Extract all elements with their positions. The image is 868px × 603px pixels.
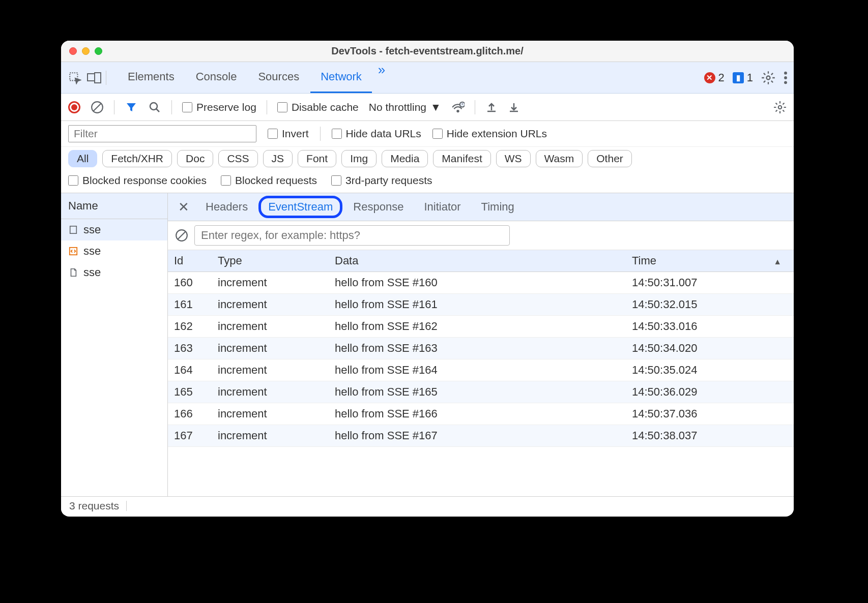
resource-chip-manifest[interactable]: Manifest xyxy=(433,150,490,167)
preserve-log-checkbox[interactable]: Preserve log xyxy=(182,101,256,113)
resource-chip-js[interactable]: JS xyxy=(263,150,293,167)
resource-chip-wasm[interactable]: Wasm xyxy=(536,150,583,167)
event-col-data[interactable]: Data xyxy=(329,250,626,272)
event-time: 14:50:36.029 xyxy=(626,381,794,403)
filter-toggle-button[interactable] xyxy=(125,101,138,114)
search-button[interactable] xyxy=(148,101,161,114)
more-menu-button[interactable] xyxy=(784,71,788,85)
event-row[interactable]: 160incrementhello from SSE #16014:50:31.… xyxy=(168,272,794,294)
divider xyxy=(114,100,114,114)
resource-chip-img[interactable]: Img xyxy=(341,150,377,167)
resource-chip-fetchxhr[interactable]: Fetch/XHR xyxy=(102,150,172,167)
upload-har-button[interactable] xyxy=(485,101,498,113)
svg-line-17 xyxy=(178,231,185,239)
event-row[interactable]: 161incrementhello from SSE #16114:50:32.… xyxy=(168,294,794,316)
third-party-input[interactable] xyxy=(331,175,341,186)
hide-data-urls-input[interactable] xyxy=(332,129,342,139)
blocked-requests-checkbox[interactable]: Blocked requests xyxy=(221,174,317,187)
detail-tab-timing[interactable]: Timing xyxy=(474,197,522,217)
request-detail: ✕ Headers EventStream Response Initiator… xyxy=(168,193,794,496)
resource-chip-other[interactable]: Other xyxy=(588,150,632,167)
tab-sources[interactable]: Sources xyxy=(248,62,309,93)
hide-extension-urls-checkbox[interactable]: Hide extension URLs xyxy=(432,128,547,140)
event-time: 14:50:35.024 xyxy=(626,359,794,381)
event-time: 14:50:32.015 xyxy=(626,294,794,315)
resource-chip-font[interactable]: Font xyxy=(298,150,336,167)
request-item[interactable]: sse xyxy=(61,240,167,262)
window-title: DevTools - fetch-eventstream.glitch.me/ xyxy=(61,45,794,57)
blocked-cookies-checkbox[interactable]: Blocked response cookies xyxy=(68,174,207,187)
divider xyxy=(171,100,172,114)
svg-point-13 xyxy=(778,105,782,109)
detail-tab-eventstream[interactable]: EventStream xyxy=(261,198,340,216)
event-row[interactable]: 162incrementhello from SSE #16214:50:33.… xyxy=(168,316,794,338)
tab-console[interactable]: Console xyxy=(186,62,247,93)
third-party-checkbox[interactable]: 3rd-party requests xyxy=(331,174,432,187)
preserve-log-input[interactable] xyxy=(182,102,192,112)
event-data: hello from SSE #163 xyxy=(329,338,626,359)
resource-chip-doc[interactable]: Doc xyxy=(177,150,213,167)
resource-chip-media[interactable]: Media xyxy=(382,150,428,167)
inspect-element-button[interactable] xyxy=(67,70,82,85)
filter-input[interactable] xyxy=(68,125,256,142)
tab-elements[interactable]: Elements xyxy=(118,62,185,93)
svg-point-6 xyxy=(784,81,787,84)
event-col-time[interactable]: Time ▲ xyxy=(626,250,794,272)
resource-chip-ws[interactable]: WS xyxy=(496,150,531,167)
event-table-header: Id Type Data Time ▲ xyxy=(168,250,794,272)
request-item[interactable]: sse xyxy=(61,262,167,283)
extra-filters-row: Blocked response cookies Blocked request… xyxy=(61,170,794,193)
errors-badge[interactable]: ✕ 2 xyxy=(704,71,725,84)
main-tabs: Elements Console Sources Network » xyxy=(118,62,390,93)
resource-chip-all[interactable]: All xyxy=(68,150,97,167)
event-data: hello from SSE #165 xyxy=(329,381,626,403)
device-toolbar-button[interactable] xyxy=(86,70,102,85)
resource-types-row: AllFetch/XHRDocCSSJSFontImgMediaManifest… xyxy=(61,147,794,170)
event-col-id[interactable]: Id xyxy=(168,250,212,272)
detail-tab-response[interactable]: Response xyxy=(346,197,411,217)
event-type: increment xyxy=(212,381,329,403)
event-row[interactable]: 164incrementhello from SSE #16414:50:35.… xyxy=(168,359,794,381)
detail-tab-headers[interactable]: Headers xyxy=(198,197,255,217)
request-item[interactable]: sse xyxy=(61,219,167,240)
event-id: 161 xyxy=(168,294,212,315)
event-row[interactable]: 165incrementhello from SSE #16514:50:36.… xyxy=(168,381,794,403)
event-col-time-label: Time xyxy=(632,254,656,267)
settings-button[interactable] xyxy=(761,71,775,85)
more-tabs-button[interactable]: » xyxy=(373,62,390,93)
messages-badge[interactable]: ▮ 1 xyxy=(733,71,753,84)
network-conditions-button[interactable] xyxy=(451,101,465,114)
disable-cache-input[interactable] xyxy=(277,102,287,112)
blocked-requests-input[interactable] xyxy=(221,175,231,186)
event-time: 14:50:31.007 xyxy=(626,272,794,293)
requests-count: 3 requests xyxy=(69,500,119,512)
svg-rect-2 xyxy=(95,73,101,83)
event-row[interactable]: 166incrementhello from SSE #16614:50:37.… xyxy=(168,403,794,425)
hide-data-urls-checkbox[interactable]: Hide data URLs xyxy=(332,128,421,140)
invert-input[interactable] xyxy=(268,129,278,139)
clear-events-button[interactable] xyxy=(175,229,188,242)
detail-tabs: ✕ Headers EventStream Response Initiator… xyxy=(168,193,794,221)
event-row[interactable]: 163incrementhello from SSE #16314:50:34.… xyxy=(168,338,794,359)
event-col-type[interactable]: Type xyxy=(212,250,329,272)
clear-button[interactable] xyxy=(91,101,104,114)
detail-tab-initiator[interactable]: Initiator xyxy=(417,197,468,217)
invert-checkbox[interactable]: Invert xyxy=(268,128,309,140)
divider xyxy=(267,100,267,114)
divider xyxy=(106,71,106,85)
svg-line-10 xyxy=(156,109,159,112)
event-regex-input[interactable] xyxy=(194,225,510,246)
request-item-name: sse xyxy=(83,223,101,236)
tab-network[interactable]: Network xyxy=(310,62,372,93)
throttling-select[interactable]: No throttling ▼ xyxy=(369,101,441,113)
hide-extension-urls-input[interactable] xyxy=(432,129,443,139)
blocked-cookies-input[interactable] xyxy=(68,175,78,186)
close-details-button[interactable]: ✕ xyxy=(175,199,192,215)
resource-chip-css[interactable]: CSS xyxy=(218,150,257,167)
disable-cache-checkbox[interactable]: Disable cache xyxy=(277,101,359,113)
event-row[interactable]: 167incrementhello from SSE #16714:50:38.… xyxy=(168,425,794,447)
network-settings-button[interactable] xyxy=(773,101,787,114)
record-button[interactable] xyxy=(68,101,80,113)
download-har-button[interactable] xyxy=(508,101,520,113)
event-type: increment xyxy=(212,359,329,381)
